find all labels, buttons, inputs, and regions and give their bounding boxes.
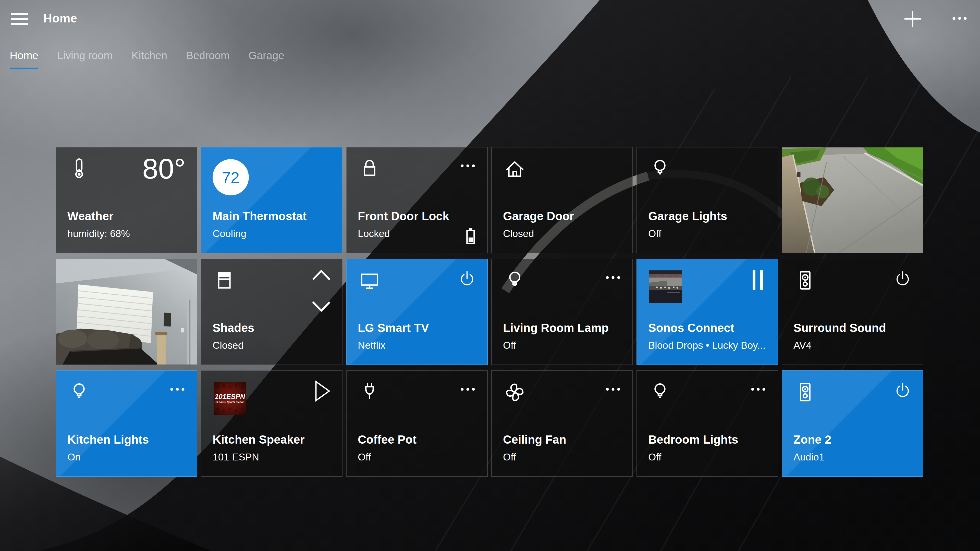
espn-logo-text: 101ESPN <box>215 393 245 400</box>
tile-status: Off <box>503 340 625 351</box>
page-title: Home <box>43 11 77 25</box>
tile-shades[interactable]: Shades Closed <box>201 259 342 365</box>
tile-title: Bedroom Lights <box>648 433 770 446</box>
add-device-button[interactable] <box>904 10 922 28</box>
tile-status: On <box>67 451 189 463</box>
tile-title: Weather <box>67 209 189 223</box>
device-tile-grid: 80° Weather humidity: 68% 72 Main Thermo… <box>56 147 923 477</box>
tile-status: Closed <box>503 228 625 239</box>
tile-title: Zone 2 <box>794 433 915 446</box>
tile-bedroom-lights[interactable]: Bedroom Lights Off <box>636 370 778 477</box>
tile-title: Front Door Lock <box>358 209 479 223</box>
tile-living-room-lamp[interactable]: Living Room Lamp Off <box>491 259 633 365</box>
tile-camera-living-room[interactable] <box>56 259 197 365</box>
tile-sonos-connect[interactable]: LUCKY BOYS CONFUSION Sonos Connect Blood… <box>636 259 778 365</box>
battery-low-icon <box>466 228 476 244</box>
tile-weather[interactable]: 80° Weather humidity: 68% <box>56 147 197 253</box>
lightbulb-icon <box>503 269 527 292</box>
tile-status: Closed <box>213 340 334 351</box>
tile-title: Kitchen Lights <box>67 433 189 446</box>
lock-icon <box>358 157 381 181</box>
fan-icon <box>503 381 527 404</box>
tile-status: 101 ESPN <box>213 451 334 463</box>
power-button[interactable] <box>457 269 477 289</box>
tab-living-room[interactable]: Living room <box>57 49 113 69</box>
tile-zone-2[interactable]: Zone 2 Audio1 <box>782 370 923 477</box>
tile-lg-smart-tv[interactable]: LG Smart TV Netflix <box>346 259 488 365</box>
shade-raise-button[interactable] <box>310 267 332 282</box>
play-icon[interactable] <box>314 380 331 402</box>
tile-title: Living Room Lamp <box>503 321 625 335</box>
tile-status: Off <box>648 228 770 239</box>
tile-camera-driveway[interactable] <box>782 147 923 253</box>
tile-main-thermostat[interactable]: 72 Main Thermostat Cooling <box>201 147 342 253</box>
tile-status: Off <box>358 451 479 463</box>
speaker-icon <box>794 269 817 292</box>
lightbulb-icon <box>648 157 672 181</box>
tile-menu-icon[interactable] <box>461 164 475 167</box>
shade-lower-button[interactable] <box>310 300 332 314</box>
more-options-icon[interactable] <box>953 16 967 20</box>
tile-kitchen-lights[interactable]: Kitchen Lights On <box>56 370 197 477</box>
tile-kitchen-speaker[interactable]: 101ESPN St.Louis' Sports Station Kitchen… <box>201 370 342 477</box>
tile-status: Locked <box>358 228 479 239</box>
tile-garage-door[interactable]: Garage Door Closed <box>491 147 633 253</box>
tile-coffee-pot[interactable]: Coffee Pot Off <box>346 370 488 477</box>
window-shade-icon <box>213 269 236 292</box>
tile-status: Blood Drops • Lucky Boy... <box>648 340 770 351</box>
tv-icon <box>358 269 381 292</box>
tile-menu-icon[interactable] <box>461 387 475 390</box>
plug-icon <box>358 381 381 404</box>
tile-front-door-lock[interactable]: Front Door Lock Locked <box>346 147 488 253</box>
espn-logo-subtext: St.Louis' Sports Station <box>216 401 245 403</box>
tile-status: AV4 <box>794 340 915 351</box>
power-button[interactable] <box>893 269 913 289</box>
tile-title: Garage Lights <box>648 209 770 223</box>
tile-title: Shades <box>213 321 334 335</box>
living-room-camera-feed <box>56 259 197 365</box>
pause-icon[interactable] <box>752 270 764 290</box>
tile-menu-icon[interactable] <box>170 387 185 390</box>
smart-home-dashboard: Home Home Living room Kitchen Bedroom Ga… <box>0 0 980 551</box>
power-button[interactable] <box>893 381 913 400</box>
tile-title: Main Thermostat <box>213 209 334 223</box>
tile-title: Sonos Connect <box>648 321 770 335</box>
lightbulb-icon <box>648 381 672 404</box>
tile-status: Netflix <box>358 340 479 351</box>
lightbulb-icon <box>67 381 91 404</box>
tile-menu-icon[interactable] <box>606 275 620 279</box>
album-caption: LUCKY BOYS CONFUSION <box>651 275 681 277</box>
tile-title: Kitchen Speaker <box>213 433 334 446</box>
tile-status: humidity: 68% <box>67 228 189 239</box>
home-icon <box>503 157 527 181</box>
room-tabs: Home Living room Kitchen Bedroom Garage <box>10 49 284 69</box>
tile-status: Off <box>648 451 770 463</box>
tile-title: LG Smart TV <box>358 321 479 335</box>
speaker-icon <box>794 381 817 404</box>
tile-status: Audio1 <box>794 451 915 463</box>
tile-title: Coffee Pot <box>358 433 479 446</box>
driveway-camera-feed <box>782 148 923 253</box>
thermometer-icon <box>67 157 91 181</box>
tile-status: Cooling <box>213 228 334 239</box>
tile-menu-icon[interactable] <box>751 387 765 390</box>
tab-garage[interactable]: Garage <box>248 49 284 69</box>
station-logo-101-espn: 101ESPN St.Louis' Sports Station <box>213 382 246 415</box>
tab-home[interactable]: Home <box>10 49 38 69</box>
tile-title: Surround Sound <box>794 321 915 335</box>
temperature-value: 80° <box>142 155 186 183</box>
tile-title: Garage Door <box>503 209 625 223</box>
album-art: LUCKY BOYS CONFUSION <box>649 270 682 303</box>
tile-status: Off <box>503 451 625 463</box>
tile-garage-lights[interactable]: Garage Lights Off <box>636 147 778 253</box>
tile-ceiling-fan[interactable]: Ceiling Fan Off <box>491 370 633 477</box>
menu-icon[interactable] <box>11 13 28 25</box>
thermostat-setpoint[interactable]: 72 <box>213 159 249 195</box>
tile-title: Ceiling Fan <box>503 433 625 446</box>
tile-menu-icon[interactable] <box>606 387 620 390</box>
tab-kitchen[interactable]: Kitchen <box>131 49 167 69</box>
tab-bedroom[interactable]: Bedroom <box>186 49 229 69</box>
tile-surround-sound[interactable]: Surround Sound AV4 <box>782 259 923 365</box>
